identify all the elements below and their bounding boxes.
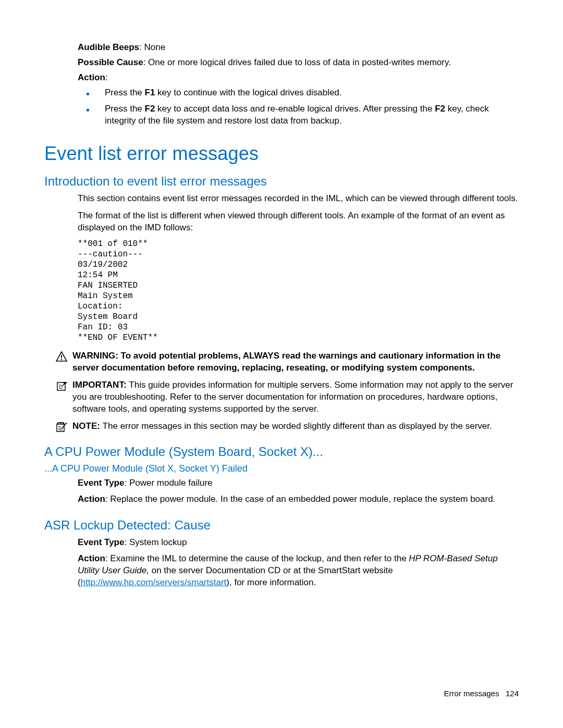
intro-p2: The format of the list is different when… <box>78 210 519 234</box>
svg-line-4 <box>62 383 65 387</box>
svg-rect-8 <box>57 424 64 431</box>
warning-text: To avoid potential problems, ALWAYS read… <box>72 351 500 373</box>
list-item: Press the F2 key to accept data loss and… <box>78 103 519 127</box>
intro-p1: This section contains event list error m… <box>78 193 519 205</box>
svg-point-2 <box>61 359 62 360</box>
asr-event-type-line: Event Type: System lockup <box>78 537 519 549</box>
action-colon: : <box>105 72 108 82</box>
action-label-line: Action: <box>78 72 519 84</box>
action-bullet-list: Press the F1 key to continue with the lo… <box>78 87 519 127</box>
audible-beeps-value: : None <box>139 42 165 52</box>
subsection-heading-cpu: ...A CPU Power Module (Slot X, Socket Y)… <box>44 463 519 474</box>
action-label: Action <box>78 72 105 82</box>
possible-cause-label: Possible Cause <box>78 57 143 67</box>
example-event-block: **001 of 010** ---caution--- 03/19/2002 … <box>78 239 519 343</box>
cpu-event-type-line: Event Type: Power module failure <box>78 477 519 489</box>
warning-icon <box>56 350 70 362</box>
possible-cause-value: : One or more logical drives failed due … <box>143 57 451 67</box>
list-item: Press the F1 key to continue with the lo… <box>78 87 519 99</box>
note-label: NOTE: <box>72 421 103 431</box>
svg-point-11 <box>63 423 64 424</box>
asr-action-line: Action: Examine the IML to determine the… <box>78 553 519 589</box>
page-footer: Error messages 124 <box>444 689 519 698</box>
important-text: This guide provides information for mult… <box>72 380 513 414</box>
cpu-action-line: Action: Replace the power module. In the… <box>78 493 519 505</box>
note-icon <box>56 421 70 433</box>
section-heading-intro: Introduction to event list error message… <box>44 174 519 189</box>
svg-point-10 <box>60 423 61 424</box>
section-heading-cpu: A CPU Power Module (System Board, Socket… <box>44 445 519 459</box>
audible-beeps-line: Audible Beeps: None <box>78 42 519 54</box>
footer-page-number: 124 <box>506 689 519 698</box>
smartstart-link[interactable]: http://www.hp.com/servers/smartstart <box>81 577 227 587</box>
audible-beeps-label: Audible Beeps <box>78 42 139 52</box>
note-callout: NOTE: The error messages in this section… <box>56 421 519 433</box>
important-icon <box>56 379 70 392</box>
warning-callout: WARNING: To avoid potential problems, AL… <box>56 350 519 374</box>
possible-cause-line: Possible Cause: One or more logical driv… <box>78 57 519 69</box>
note-text: The error messages in this section may b… <box>103 421 492 431</box>
page-title: Event list error messages <box>44 143 519 165</box>
important-callout: IMPORTANT: This guide provides informati… <box>56 379 519 415</box>
warning-label: WARNING: <box>72 351 121 361</box>
footer-section: Error messages <box>444 689 499 698</box>
section-heading-asr: ASR Lockup Detected: Cause <box>44 518 519 533</box>
important-label: IMPORTANT: <box>72 380 129 390</box>
